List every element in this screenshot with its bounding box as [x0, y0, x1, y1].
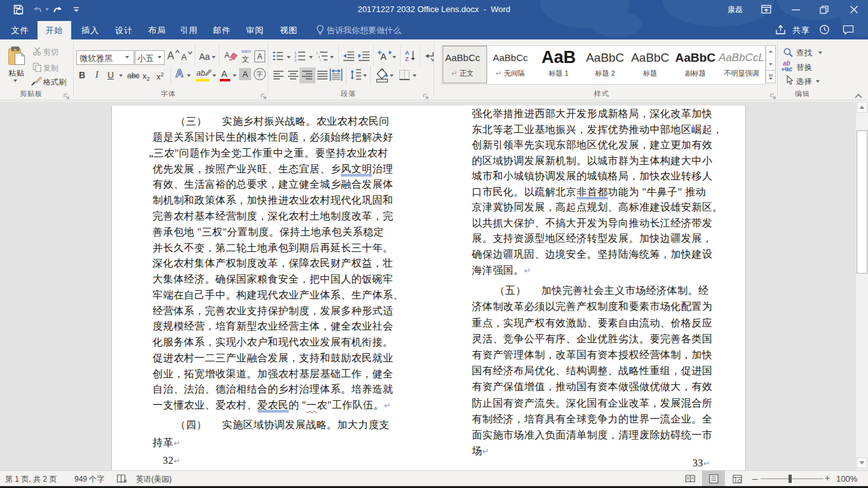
svg-text:A: A	[405, 50, 410, 56]
svg-text:i: i	[320, 59, 320, 62]
svg-text:Z: Z	[405, 56, 409, 62]
svg-text:3: 3	[294, 59, 296, 62]
svg-text:A: A	[224, 51, 230, 60]
